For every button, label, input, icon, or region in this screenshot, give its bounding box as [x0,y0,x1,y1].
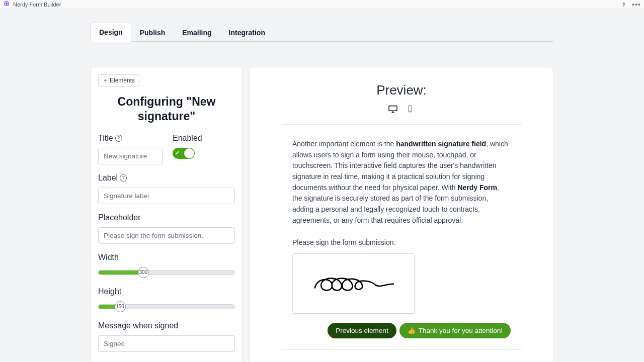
help-icon[interactable]: ? [120,174,127,182]
width-slider-thumb[interactable]: 300 [138,267,149,278]
label-input[interactable] [98,188,235,204]
arrow-left-icon [103,78,108,83]
enabled-toggle[interactable]: ✔ [173,148,195,159]
msg-signed-input[interactable] [98,335,235,352]
app-logo-icon [3,1,10,9]
enabled-label: Enabled [173,134,202,143]
placeholder-input[interactable] [98,227,235,244]
next-element-label: Thank you for you attention! [419,327,503,334]
svg-point-3 [410,111,411,112]
svg-rect-1 [389,106,397,111]
placeholder-label: Placeholder [98,213,235,222]
app-title: Nerdy Form Builder [13,2,61,8]
previous-element-button[interactable]: Previous element [328,323,396,338]
thumbs-up-icon: 👍 [408,327,416,334]
top-bar: Nerdy Form Builder ••• [0,0,644,9]
preview-panel: Preview: Another important element is th… [250,67,553,362]
help-icon[interactable]: ? [115,135,122,142]
width-label: Width [98,253,235,262]
tab-integration[interactable]: Integration [220,23,274,42]
preview-heading: Preview: [268,82,535,98]
tab-design[interactable]: Design [91,23,131,42]
desktop-view-button[interactable] [388,105,398,113]
desktop-icon [388,105,398,113]
pin-icon[interactable] [621,2,627,8]
signature-canvas[interactable] [292,253,415,314]
more-icon[interactable]: ••• [632,1,641,8]
title-label: Title [98,134,113,143]
main-tabs: Design Publish Emailing Integration [91,22,553,42]
tab-emailing[interactable]: Emailing [174,23,220,42]
config-heading: Configuring "New signature" [101,95,232,124]
mobile-icon [405,105,415,113]
width-slider[interactable]: 300 [98,267,235,278]
title-input[interactable] [98,148,163,164]
height-label: Height [98,287,235,296]
svg-point-0 [6,3,8,4]
label-label: Label [98,173,118,183]
next-element-button[interactable]: 👍 Thank you for you attention! [399,323,511,338]
preview-description: Another important element is the handwri… [292,139,511,226]
msg-signed-label: Message when signed [98,321,235,330]
tab-publish[interactable]: Publish [131,23,174,42]
preview-card: Another important element is the handwri… [281,124,522,350]
config-panel: Elements Configuring "New signature" Tit… [91,67,243,362]
signature-placeholder-text: Please sign the form submission. [292,238,511,246]
check-icon: ✔ [175,150,180,156]
signature-scribble-icon [308,268,399,299]
height-slider-thumb[interactable]: 150 [115,301,126,312]
mobile-view-button[interactable] [405,105,415,113]
height-slider[interactable]: 150 [98,301,235,312]
back-to-elements-button[interactable]: Elements [98,74,139,86]
back-label: Elements [110,77,135,84]
